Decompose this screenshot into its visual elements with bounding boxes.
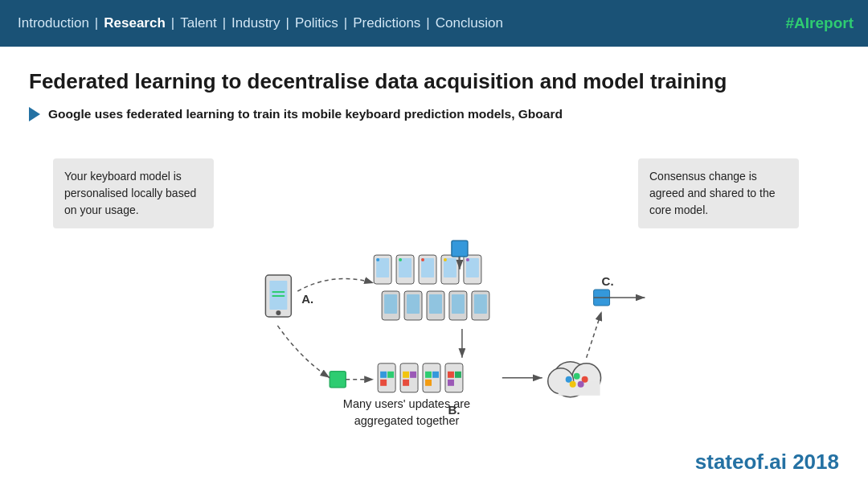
svg-rect-42	[425, 372, 432, 378]
nav-sep-1: |	[95, 15, 98, 31]
subtitle-row: Google uses federated learning to train …	[29, 107, 839, 121]
svg-rect-28	[429, 294, 442, 314]
main-content: Federated learning to decentralise data …	[0, 47, 868, 472]
footer-text: stateof.ai 2018	[695, 450, 839, 474]
svg-rect-38	[403, 372, 409, 378]
svg-point-22	[466, 258, 469, 261]
svg-point-5	[276, 310, 280, 315]
svg-rect-62	[330, 372, 346, 388]
svg-rect-34	[380, 372, 387, 378]
hashtag-label: #AIreport	[786, 14, 854, 32]
svg-text:B.: B.	[448, 403, 460, 417]
svg-point-16	[421, 258, 424, 261]
nav-sep-3: |	[223, 15, 226, 31]
footer: stateof.ai 2018	[695, 450, 839, 475]
svg-point-13	[399, 258, 402, 261]
nav-item-talent[interactable]: Talent	[177, 15, 219, 31]
svg-rect-43	[432, 372, 439, 378]
svg-point-19	[444, 258, 447, 261]
nav-sep-6: |	[426, 15, 429, 31]
svg-rect-40	[403, 380, 409, 386]
svg-rect-32	[474, 294, 487, 314]
nav-item-conclusion[interactable]: Conclusion	[432, 15, 506, 31]
svg-rect-24	[384, 294, 397, 314]
svg-rect-4	[269, 281, 287, 310]
nav-sep-4: |	[286, 15, 289, 31]
svg-rect-47	[455, 372, 461, 378]
nav-sep-2: |	[171, 15, 174, 31]
svg-text:A.: A.	[301, 292, 313, 306]
svg-rect-35	[387, 372, 394, 378]
page-title: Federated learning to decentralise data …	[29, 69, 839, 94]
nav-item-research[interactable]: Research	[100, 15, 169, 31]
diagram-area: Your keyboard model is personalised loca…	[29, 142, 839, 456]
svg-rect-6	[272, 291, 285, 293]
svg-point-58	[578, 381, 584, 388]
nav-item-predictions[interactable]: Predictions	[350, 15, 424, 31]
triangle-icon	[29, 107, 40, 121]
svg-rect-48	[448, 380, 454, 386]
svg-rect-44	[425, 380, 432, 386]
svg-rect-61	[452, 240, 468, 257]
svg-point-10	[376, 258, 379, 261]
svg-rect-46	[448, 372, 454, 378]
navbar: Introduction | Research | Talent | Indus…	[0, 0, 868, 47]
svg-rect-30	[452, 294, 465, 314]
svg-point-55	[574, 373, 580, 380]
svg-rect-39	[410, 372, 416, 378]
svg-rect-7	[272, 295, 285, 297]
nav-links: Introduction | Research | Talent | Indus…	[14, 15, 506, 31]
nav-item-introduction[interactable]: Introduction	[14, 15, 92, 31]
nav-item-industry[interactable]: Industry	[228, 15, 283, 31]
nav-item-politics[interactable]: Politics	[292, 15, 342, 31]
svg-point-57	[570, 381, 576, 388]
svg-rect-36	[380, 380, 387, 386]
diagram-svg: A.	[29, 142, 839, 456]
svg-rect-26	[407, 294, 420, 314]
svg-text:C.: C.	[602, 274, 614, 288]
nav-sep-5: |	[344, 15, 347, 31]
subtitle-text: Google uses federated learning to train …	[48, 107, 563, 121]
